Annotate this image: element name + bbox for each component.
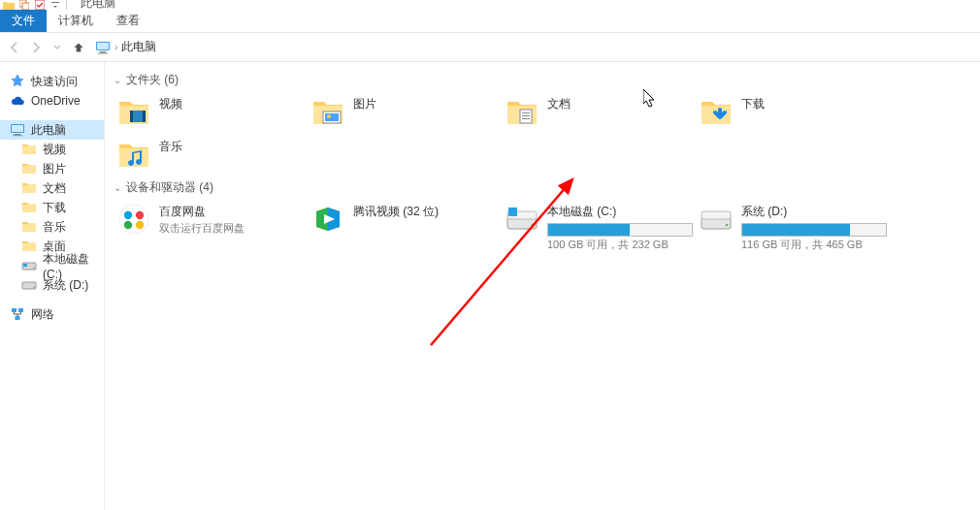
chevron-down-icon: ⌄ [113,182,122,193]
folder-icon [699,94,734,129]
chevron-down-icon: ⌄ [113,75,122,85]
svg-rect-5 [100,51,106,53]
item-baidu[interactable]: 百度网盘双击运行百度网盘 [113,200,307,254]
svg-rect-4 [97,43,109,49]
svg-rect-23 [325,113,339,121]
item-documents[interactable]: 文档 [501,92,695,135]
item-subtitle: 双击运行百度网盘 [159,221,245,236]
chevron-right-icon: › [114,42,117,52]
item-name: 下载 [741,96,765,112]
sidebar-item-label: OneDrive [31,94,81,108]
sidebar-item-network[interactable]: 网络 [0,304,104,324]
baidu-app-icon [116,202,151,237]
folder-icon [116,94,151,129]
nav-bar: › 此电脑 [0,33,980,62]
sidebar-item-音乐[interactable]: 音乐 [0,217,104,237]
item-name: 图片 [353,96,376,112]
ribbon-tab-0[interactable]: 文件 [0,10,47,32]
sidebar-item-label: 音乐 [43,219,66,236]
svg-point-24 [327,114,331,118]
item-music[interactable]: 音乐 [113,135,307,177]
nav-recent-dropdown-icon[interactable] [49,39,66,56]
ribbon-tab-1[interactable]: 计算机 [47,10,105,32]
body: 快速访问OneDrive此电脑视频图片文档下载音乐桌面本地磁盘 (C:)系统 (… [0,62,980,510]
drive-icon [21,277,37,293]
window-title: 此电脑 [81,0,115,12]
sidebar-item-onedrive[interactable]: OneDrive [0,91,104,111]
svg-rect-26 [522,112,530,113]
svg-point-13 [33,268,35,270]
drive-icon [699,202,734,237]
qat-copy-icon [17,0,31,10]
item-c[interactable]: 本地磁盘 (C:)100 GB 可用，共 232 GB [501,200,695,254]
svg-rect-9 [15,134,20,135]
breadcrumb-location[interactable]: 此电脑 [121,39,156,55]
qat-folder-icon [2,0,16,10]
drive-usage-fill [548,224,630,236]
svg-rect-17 [18,308,23,312]
group-title: 文件夹 (6) [126,72,179,88]
folder-icon [505,94,539,129]
title-bar: 此电脑 [0,0,980,10]
svg-rect-6 [98,52,108,53]
sidebar-item-label: 网络 [31,306,54,323]
item-tencent[interactable]: 腾讯视频 (32 位) [307,200,501,254]
item-name: 视频 [159,96,182,112]
drive-usage-bar [741,223,887,237]
nav-forward-button[interactable] [27,39,45,56]
sidebar-item-下载[interactable]: 下载 [0,198,104,217]
drive-c-icon [21,258,37,273]
items-row-0: 视频图片文档下载音乐 [113,92,980,177]
folder-icon [21,142,37,157]
thispc-icon [95,40,111,55]
drive-usage-fill [742,224,850,236]
item-name: 音乐 [159,139,182,155]
group-header-1[interactable]: ⌄设备和驱动器 (4) [113,179,980,196]
svg-point-38 [532,224,535,227]
drive-usage-text: 100 GB 可用，共 232 GB [547,238,693,252]
svg-rect-12 [23,264,27,267]
svg-rect-20 [130,111,133,122]
tencent-app-icon [310,202,345,237]
pc-icon [10,122,25,138]
group-header-0[interactable]: ⌄文件夹 (6) [113,72,980,88]
svg-rect-27 [522,115,530,116]
nav-back-button[interactable] [6,39,23,56]
item-name: 百度网盘 [159,204,245,220]
svg-rect-10 [13,135,22,136]
item-videos[interactable]: 视频 [113,92,307,135]
sidebar-item-视频[interactable]: 视频 [0,140,104,159]
sidebar-item-label: 快速访问 [31,74,78,90]
content-pane[interactable]: ⌄文件夹 (6)视频图片文档下载音乐⌄设备和驱动器 (4)百度网盘双击运行百度网… [105,62,980,510]
quick-access-toolbar [0,0,69,10]
svg-point-15 [33,287,35,289]
folder-icon [21,161,37,176]
item-d[interactable]: 系统 (D:)116 GB 可用，共 465 GB [695,200,889,254]
sidebar-item-本地磁盘 (C:)[interactable]: 本地磁盘 (C:) [0,256,104,275]
sidebar-item-文档[interactable]: 文档 [0,178,104,198]
sidebar-item-label: 图片 [43,161,66,177]
sidebar-item-quick[interactable]: 快速访问 [0,72,104,91]
folder-icon [21,200,37,215]
item-pictures[interactable]: 图片 [307,92,501,135]
address-bar[interactable]: › 此电脑 [95,39,156,55]
sidebar-item-thispc[interactable]: 此电脑 [0,120,104,140]
nav-up-button[interactable] [70,39,87,56]
sidebar-item-图片[interactable]: 图片 [0,159,104,178]
network-icon [10,306,25,322]
folder-icon [310,94,345,129]
ribbon-tab-2[interactable]: 查看 [105,10,151,32]
svg-rect-16 [12,308,16,312]
folder-icon [21,180,37,196]
item-name: 本地磁盘 (C:) [547,204,693,220]
item-downloads[interactable]: 下载 [695,92,889,135]
sidebar-item-label: 系统 (D:) [43,277,88,294]
sidebar-item-label: 下载 [43,200,66,216]
svg-rect-18 [16,316,20,320]
item-name: 文档 [547,96,571,112]
qat-dropdown-icon[interactable] [49,0,62,10]
svg-rect-28 [522,118,530,119]
qat-separator [66,0,67,10]
sidebar-item-系统 (D:)[interactable]: 系统 (D:) [0,275,104,295]
item-name: 系统 (D:) [741,204,887,220]
